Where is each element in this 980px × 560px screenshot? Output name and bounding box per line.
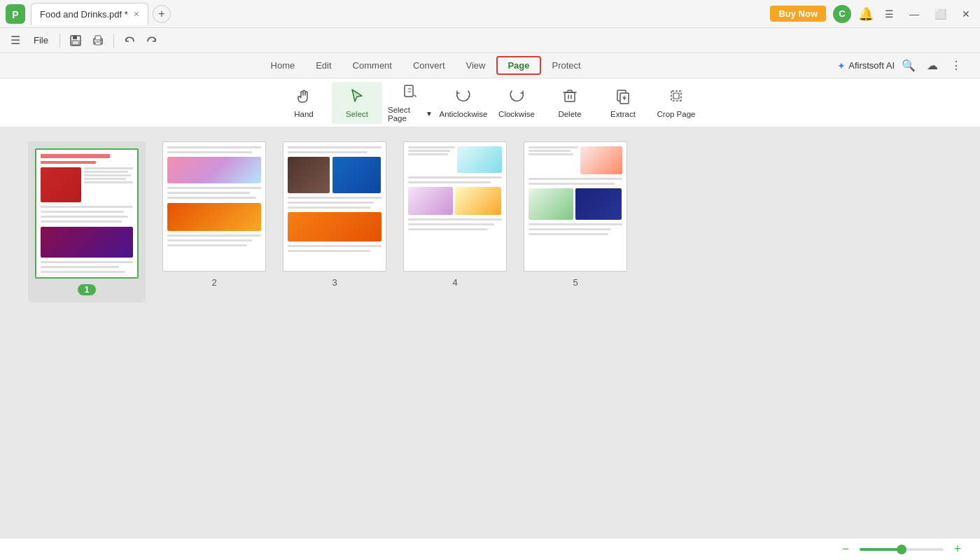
tab-title: Food and Drinks.pdf * [40,9,128,20]
minimize-button[interactable]: — [905,7,923,21]
page-number-badge: 1 [78,284,97,295]
nav-view[interactable]: View [456,57,496,74]
page-thumbnail [162,141,266,272]
nav-page[interactable]: Page [496,56,540,75]
delete-tool-label: Delete [558,110,581,118]
nav-convert[interactable]: Convert [403,57,455,74]
main-content: 1 2 [0,127,980,538]
undo-button[interactable] [120,31,139,50]
select-page-tool-label: Select Page ▼ [388,106,433,122]
anticlockwise-tool-label: Anticlockwise [439,110,487,118]
page-thumbnail [403,141,507,272]
svg-rect-13 [671,91,681,101]
page-number: 3 [332,277,337,288]
menu-separator-2 [113,34,114,48]
nav-edit[interactable]: Edit [306,57,341,74]
restore-button[interactable]: ⬜ [930,7,951,21]
page-thumbnail [524,141,627,272]
hamburger-icon[interactable]: ☰ [6,31,25,50]
extract-icon [615,88,631,107]
svg-rect-4 [72,41,79,45]
svg-text:P: P [12,9,18,20]
delete-icon [561,88,578,107]
notification-icon[interactable]: 🔔 [858,6,874,22]
select-page-dropdown-icon: ▼ [426,110,433,118]
tab-close-button[interactable]: × [134,9,139,19]
anticlockwise-tool[interactable]: Anticlockwise [438,82,489,124]
svg-point-8 [100,40,102,41]
cloud-icon[interactable]: ☁ [923,56,942,76]
ai-label: Afirstsoft AI [848,60,895,71]
select-tool-label: Select [346,110,368,118]
ai-button[interactable]: ✦ Afirstsoft AI [837,60,895,71]
hamburger-menu-button[interactable]: ☰ [881,7,898,21]
crop-page-tool[interactable]: Crop Page [651,82,701,124]
zoom-slider-handle[interactable] [897,545,906,554]
avatar[interactable]: C [833,5,851,23]
app-logo: P [6,4,25,24]
svg-rect-6 [95,36,101,40]
page-thumbnail [35,148,139,279]
navbar: Home Edit Comment Convert View Page Prot… [0,53,980,78]
crop-page-icon [668,88,685,107]
clockwise-icon [508,88,525,107]
clockwise-tool[interactable]: Clockwise [491,82,542,124]
page-item[interactable]: 3 [283,141,386,288]
delete-tool[interactable]: Delete [545,82,595,124]
titlebar-controls: Buy Now C 🔔 ☰ — ⬜ ✕ [770,5,974,23]
menubar: ☰ File [0,28,980,53]
save-button[interactable] [66,31,85,50]
page-item[interactable]: 4 [403,141,507,288]
select-page-tool[interactable]: Select Page ▼ [385,82,435,124]
statusbar: − + [0,538,980,560]
svg-rect-3 [73,36,77,39]
page-number: 5 [573,277,578,288]
select-icon [349,88,365,107]
crop-page-tool-label: Crop Page [657,110,696,118]
file-menu[interactable]: File [28,32,54,48]
page-thumbnail [283,141,386,272]
file-menu-label: File [34,35,48,46]
buy-now-button[interactable]: Buy Now [770,6,826,22]
hand-tool[interactable]: Hand [279,82,329,124]
svg-rect-9 [405,85,413,97]
titlebar: P Food and Drinks.pdf * × + Buy Now C 🔔 … [0,0,980,28]
extract-tool[interactable]: Extract [598,82,648,124]
clockwise-tool-label: Clockwise [498,110,535,118]
select-page-icon [402,83,419,103]
hand-icon [295,88,312,107]
pages-container: 1 2 [28,141,952,302]
new-tab-button[interactable]: + [153,5,171,23]
page-item[interactable]: 1 [28,141,146,302]
redo-button[interactable] [142,31,162,50]
nav-comment[interactable]: Comment [343,57,402,74]
navbar-right: ✦ Afirstsoft AI 🔍 ☁ ⋮ [837,56,966,76]
zoom-slider[interactable] [860,548,944,551]
more-icon[interactable]: ⋮ [946,56,966,76]
nav-home[interactable]: Home [261,57,305,74]
file-tab[interactable]: Food and Drinks.pdf * × [31,3,148,25]
zoom-in-button[interactable]: + [949,541,966,558]
svg-rect-7 [95,42,101,45]
hand-tool-label: Hand [294,110,314,118]
menu-separator-1 [59,34,60,48]
page-item[interactable]: 2 [162,141,266,288]
navbar-center: Home Edit Comment Convert View Page Prot… [17,56,834,75]
anticlockwise-icon [455,88,472,107]
close-window-button[interactable]: ✕ [958,7,974,21]
print-button[interactable] [88,31,108,50]
zoom-out-button[interactable]: − [837,541,854,558]
extract-tool-label: Extract [610,110,636,118]
svg-rect-10 [565,92,575,102]
page-toolbar: Hand Select Select Page ▼ Anticlockwise … [0,78,980,127]
zoom-slider-fill [860,548,902,551]
search-button[interactable]: 🔍 [899,56,918,76]
ai-star-icon: ✦ [837,60,846,71]
page-number: 2 [211,277,216,288]
select-tool[interactable]: Select [332,82,382,124]
page-number: 4 [452,277,457,288]
nav-protect[interactable]: Protect [542,57,591,74]
page-item[interactable]: 5 [524,141,627,288]
